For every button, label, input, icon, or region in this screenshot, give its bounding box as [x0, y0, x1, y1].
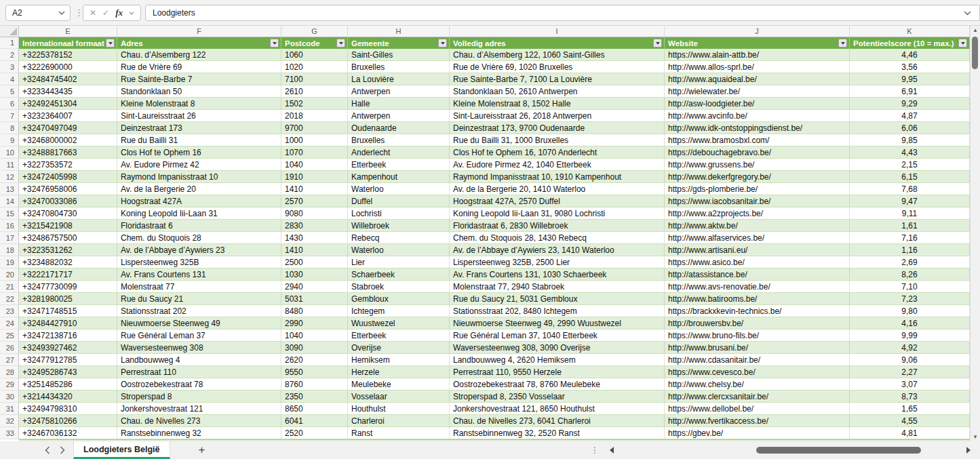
header-cell-internationaal-formaat[interactable]: Internationaal formaat — [19, 37, 117, 49]
cell-gemeente[interactable]: Ichtegem — [348, 305, 450, 317]
cell-potentieelscore[interactable]: 4,43 — [850, 146, 970, 159]
column-header-I[interactable]: I — [450, 26, 665, 37]
hscroll-left-icon[interactable] — [610, 447, 614, 454]
cell-website[interactable]: http://www.dekerfgregory.be/ — [665, 171, 850, 183]
cell-internationaal-formaat[interactable]: +3214434320 — [19, 391, 117, 403]
header-cell-website[interactable]: Website — [665, 37, 850, 49]
cell-gemeente[interactable]: Wuustwezel — [348, 317, 450, 330]
cell-adres[interactable]: Ranstsebinnenweg 32 — [117, 427, 281, 439]
cell-potentieelscore[interactable]: 3,07 — [850, 378, 970, 391]
cell-gemeente[interactable]: Anderlecht — [348, 146, 450, 159]
cell-website[interactable]: http://www.cdasanitair.be/ — [665, 354, 850, 366]
cell-potentieelscore[interactable]: 2,27 — [850, 366, 970, 378]
cell-potentieelscore[interactable]: 2,15 — [850, 159, 970, 171]
cell-adres[interactable]: Stationsstraat 202 — [117, 305, 281, 317]
enter-icon[interactable]: ✓ — [102, 8, 109, 18]
cell-internationaal-formaat[interactable]: +32470497049 — [19, 122, 117, 134]
row-number[interactable]: 11 — [0, 159, 19, 171]
cell-adres[interactable]: Stroperspad 8 — [117, 391, 281, 403]
cell-postcode[interactable]: 1410 — [281, 244, 348, 256]
cell-volledig-adres[interactable]: Stationsstraat 202, 8480 Ichtegem — [450, 305, 665, 317]
cell-volledig-adres[interactable]: Av. Frans Courtens 131, 1030 Schaerbeek — [450, 268, 665, 281]
filter-button[interactable] — [336, 39, 345, 47]
row-number[interactable]: 10 — [0, 146, 19, 159]
cell-gemeente[interactable]: Schaerbeek — [348, 268, 450, 281]
cell-gemeente[interactable]: Vosselaar — [348, 391, 450, 403]
cell-postcode[interactable]: 3090 — [281, 342, 348, 354]
cell-website[interactable]: https://www.cevesco.be/ — [665, 366, 850, 378]
cell-postcode[interactable]: 9550 — [281, 366, 348, 378]
cell-adres[interactable]: Standonklaan 50 — [117, 85, 281, 98]
cell-adres[interactable]: Rue Sainte-Barbe 7 — [117, 73, 281, 85]
cell-adres[interactable]: Chau. d’Alsemberg 122 — [117, 49, 281, 61]
cell-potentieelscore[interactable]: 4,81 — [850, 427, 970, 439]
cell-potentieelscore[interactable]: 1,61 — [850, 220, 970, 232]
cell-adres[interactable]: Chau. de Nivelles 273 — [117, 415, 281, 427]
column-header-K[interactable]: K — [850, 26, 970, 37]
cell-postcode[interactable]: 2520 — [281, 427, 348, 439]
cell-internationaal-formaat[interactable]: +32486757500 — [19, 232, 117, 244]
cell-gemeente[interactable]: Stabroek — [348, 281, 450, 293]
cell-postcode[interactable]: 8650 — [281, 403, 348, 415]
cell-potentieelscore[interactable]: 2,69 — [850, 256, 970, 268]
filter-button[interactable] — [270, 39, 279, 47]
cell-gemeente[interactable]: Waterloo — [348, 183, 450, 195]
cell-gemeente[interactable]: Duffel — [348, 195, 450, 207]
formula-bar-expand-icon[interactable] — [964, 11, 971, 16]
cell-website[interactable]: http://www.batirooms.be/ — [665, 293, 850, 305]
row-number[interactable]: 1 — [0, 37, 19, 49]
fx-chevron-down-icon[interactable] — [129, 12, 134, 15]
cell-website[interactable]: http://www.aktw.be/ — [665, 220, 850, 232]
cell-volledig-adres[interactable]: Hoogstraat 427A, 2570 Duffel — [450, 195, 665, 207]
row-number[interactable]: 25 — [0, 330, 19, 342]
cell-adres[interactable]: Waversesteenweg 308 — [117, 342, 281, 354]
sheet-bar-kebab-icon[interactable]: ⋮ — [591, 445, 599, 455]
hscroll-right-icon[interactable] — [966, 447, 971, 454]
row-number[interactable]: 5 — [0, 85, 19, 98]
cell-adres[interactable]: Sint-Laureisstraat 26 — [117, 110, 281, 122]
cell-postcode[interactable]: 1030 — [281, 268, 348, 281]
row-number[interactable]: 24 — [0, 317, 19, 330]
cell-website[interactable]: https://debouchagebravo.be/ — [665, 146, 850, 159]
cell-website[interactable]: http://www.chelsy.be/ — [665, 378, 850, 391]
cell-gemeente[interactable]: Kampenhout — [348, 171, 450, 183]
cell-internationaal-formaat[interactable]: +32477912785 — [19, 354, 117, 366]
cell-volledig-adres[interactable]: Sint-Laureisstraat 26, 2018 Antwerpen — [450, 110, 665, 122]
cell-adres[interactable]: Nieuwmoerse Steenweg 49 — [117, 317, 281, 330]
cell-website[interactable]: http://www.idk-ontstoppingsdienst.be/ — [665, 122, 850, 134]
cell-website[interactable]: https://www.iacobsanitair.be/ — [665, 195, 850, 207]
cell-postcode[interactable]: 1040 — [281, 330, 348, 342]
cell-volledig-adres[interactable]: Standonklaan 50, 2610 Antwerpen — [450, 85, 665, 98]
add-sheet-button[interactable]: + — [199, 443, 205, 457]
cell-postcode[interactable]: 1910 — [281, 171, 348, 183]
cell-volledig-adres[interactable]: Oostrozebekestraat 78, 8760 Meulebeke — [450, 378, 665, 391]
row-number[interactable]: 26 — [0, 342, 19, 354]
sheet-tab-loodgieters-belgie[interactable]: Loodgieters België — [73, 441, 170, 459]
cell-volledig-adres[interactable]: Rue du Bailli 31, 1000 Bruxelles — [450, 134, 665, 146]
cell-postcode[interactable]: 2830 — [281, 220, 348, 232]
name-box[interactable]: A2 — [5, 5, 71, 21]
cell-gemeente[interactable]: Houthulst — [348, 403, 450, 415]
cell-website[interactable]: https://www.asico.be/ — [665, 256, 850, 268]
horizontal-scrollbar[interactable] — [621, 447, 960, 454]
cell-gemeente[interactable]: Antwerpen — [348, 85, 450, 98]
chevron-down-icon[interactable] — [58, 11, 65, 15]
cell-postcode[interactable]: 1502 — [281, 98, 348, 110]
cell-internationaal-formaat[interactable]: +3233443435 — [19, 85, 117, 98]
row-number[interactable]: 20 — [0, 268, 19, 281]
cell-gemeente[interactable]: Gembloux — [348, 293, 450, 305]
row-number[interactable]: 33 — [0, 427, 19, 439]
cell-internationaal-formaat[interactable]: +32467036132 — [19, 427, 117, 439]
cell-internationaal-formaat[interactable]: +3215421908 — [19, 220, 117, 232]
cell-potentieelscore[interactable]: 7,10 — [850, 281, 970, 293]
cell-potentieelscore[interactable]: 7,23 — [850, 293, 970, 305]
cell-adres[interactable]: Jonkershovestraat 121 — [117, 403, 281, 415]
cell-internationaal-formaat[interactable]: +32470804730 — [19, 207, 117, 220]
cell-potentieelscore[interactable]: 7,68 — [850, 183, 970, 195]
cell-internationaal-formaat[interactable]: +32484427910 — [19, 317, 117, 330]
cell-gemeente[interactable]: Charleroi — [348, 415, 450, 427]
cell-gemeente[interactable]: Waterloo — [348, 244, 450, 256]
cell-website[interactable]: http://asw-loodgieter.be/ — [665, 98, 850, 110]
cell-website[interactable]: http://www.avs-renovatie.be/ — [665, 281, 850, 293]
row-number[interactable]: 2 — [0, 49, 19, 61]
